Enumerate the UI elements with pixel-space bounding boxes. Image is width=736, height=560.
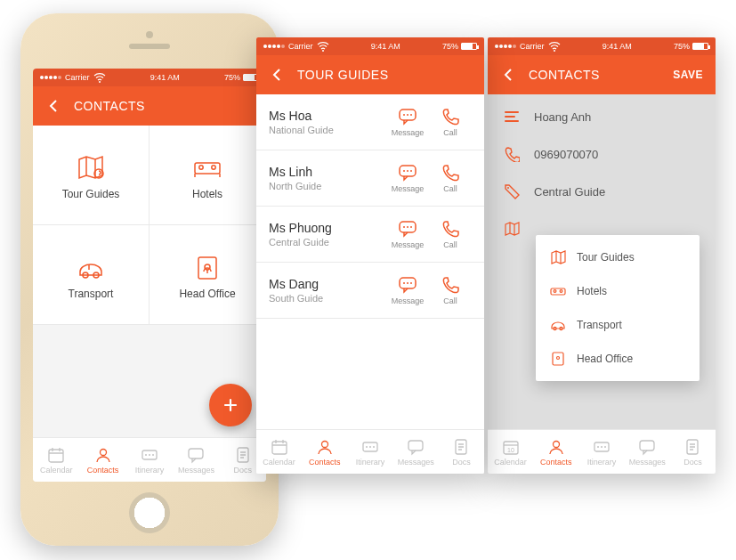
screen-contacts-categories: Carrier 9:41 AM 75% CONTACTS Tour Guides… xyxy=(33,69,266,482)
tab-messages[interactable]: Messages xyxy=(625,430,670,474)
tab-label: Contacts xyxy=(309,458,341,467)
guide-role: Central Guide xyxy=(269,237,386,248)
tab-calendar[interactable]: Calendar xyxy=(256,430,302,474)
message-button[interactable]: Message xyxy=(386,163,429,193)
message-button[interactable]: Message xyxy=(386,219,429,249)
back-icon[interactable] xyxy=(45,97,63,115)
action-label: Message xyxy=(392,184,425,193)
tab-docs[interactable]: Docs xyxy=(439,430,484,474)
category-transport[interactable]: Transport xyxy=(33,225,150,325)
map-icon xyxy=(76,154,106,181)
tab-calendar[interactable]: Calendar xyxy=(488,430,533,474)
phone-device-frame: Carrier 9:41 AM 75% CONTACTS Tour Guides… xyxy=(20,13,279,546)
contact-icon xyxy=(316,438,334,456)
tab-itinerary[interactable]: Itinerary xyxy=(126,438,173,482)
tab-label: Docs xyxy=(234,466,253,475)
tab-label: Contacts xyxy=(540,458,572,467)
action-label: Call xyxy=(443,184,457,193)
messages-icon xyxy=(187,446,205,464)
call-button[interactable]: Call xyxy=(429,275,472,305)
tab-messages[interactable]: Messages xyxy=(173,438,219,482)
role-field[interactable]: Central Guide xyxy=(488,173,716,210)
call-button[interactable]: Call xyxy=(429,107,472,137)
guide-row[interactable]: Ms Linh North Guide Message Call xyxy=(256,150,484,207)
dropdown-item-head-office[interactable]: Head Office xyxy=(536,342,700,376)
action-label: Message xyxy=(392,240,425,249)
category-hotels[interactable]: Hotels xyxy=(150,126,266,225)
call-button[interactable]: Call xyxy=(429,163,472,193)
header-bar: CONTACTS SAVE xyxy=(488,55,716,94)
tab-docs[interactable]: Docs xyxy=(670,430,716,474)
call-icon xyxy=(441,163,460,183)
message-button[interactable]: Message xyxy=(386,107,429,137)
tab-label: Calendar xyxy=(40,466,73,475)
office-icon xyxy=(550,351,566,367)
guide-role: South Guide xyxy=(269,293,386,304)
clock-label: 9:41 AM xyxy=(561,42,674,51)
screen-tour-guides-list: Carrier 9:41 AM 75% TOUR GUIDES Ms Hoa N… xyxy=(256,37,484,474)
dropdown-label: Transport xyxy=(577,319,622,331)
contact-icon xyxy=(94,446,112,464)
name-field[interactable]: Hoang Anh xyxy=(488,98,716,135)
docs-icon xyxy=(683,438,701,456)
calendar-icon xyxy=(502,438,520,456)
battery-icon xyxy=(461,43,477,50)
phone-value: 0969070070 xyxy=(534,148,598,161)
tab-label: Docs xyxy=(452,458,471,467)
call-button[interactable]: Call xyxy=(429,219,472,249)
guide-row[interactable]: Ms Dang South Guide Message Call xyxy=(256,263,484,319)
tab-contacts[interactable]: Contacts xyxy=(533,430,578,474)
tab-label: Messages xyxy=(398,458,434,467)
save-button[interactable]: SAVE xyxy=(673,69,703,81)
action-label: Message xyxy=(392,296,425,305)
guide-name: Ms Linh xyxy=(269,165,386,179)
category-dropdown: Tour Guides Hotels Transport Head Office xyxy=(536,235,700,381)
dropdown-item-transport[interactable]: Transport xyxy=(536,308,700,342)
calendar-icon xyxy=(47,446,65,464)
tab-itinerary[interactable]: Itinerary xyxy=(578,430,624,474)
action-label: Call xyxy=(443,240,457,249)
wifi-icon xyxy=(548,40,561,53)
category-label: Transport xyxy=(69,288,114,300)
tab-contacts[interactable]: Contacts xyxy=(79,438,125,482)
tab-label: Itinerary xyxy=(135,466,165,475)
tab-label: Calendar xyxy=(494,458,527,467)
tab-label: Calendar xyxy=(263,458,295,467)
dropdown-item-tour-guides[interactable]: Tour Guides xyxy=(536,240,700,274)
category-grid: Tour Guides Hotels Transport Head Office xyxy=(33,126,266,325)
plus-icon xyxy=(221,395,240,415)
tab-messages[interactable]: Messages xyxy=(393,430,439,474)
tab-label: Docs xyxy=(683,458,702,467)
home-button[interactable] xyxy=(129,492,170,533)
guide-row[interactable]: Ms Phuong Central Guide Message Call xyxy=(256,207,484,263)
tab-label: Itinerary xyxy=(356,458,385,467)
tab-contacts[interactable]: Contacts xyxy=(302,430,347,474)
back-icon[interactable] xyxy=(500,66,518,84)
category-tour-guides[interactable]: Tour Guides xyxy=(33,126,150,225)
call-icon xyxy=(441,219,460,239)
guide-name: Ms Hoa xyxy=(269,109,386,123)
phone-field[interactable]: 0969070070 xyxy=(488,135,716,173)
dropdown-item-hotels[interactable]: Hotels xyxy=(536,274,700,308)
tab-bar: Calendar Contacts Itinerary Messages Doc… xyxy=(488,429,716,474)
tab-label: Messages xyxy=(629,458,666,467)
guide-row[interactable]: Ms Hoa National Guide Message Call xyxy=(256,94,484,150)
add-contact-fab[interactable] xyxy=(209,384,252,426)
battery-icon xyxy=(692,43,708,50)
category-label: Hotels xyxy=(192,188,222,200)
back-icon[interactable] xyxy=(269,66,287,84)
message-button[interactable]: Message xyxy=(386,275,429,305)
status-bar: Carrier 9:41 AM 75% xyxy=(33,69,266,86)
category-head-office[interactable]: Head Office xyxy=(150,225,266,325)
tab-itinerary[interactable]: Itinerary xyxy=(347,430,392,474)
tab-calendar[interactable]: Calendar xyxy=(33,438,79,482)
page-title: CONTACTS xyxy=(529,68,600,82)
tab-bar: Calendar Contacts Itinerary Messages Doc… xyxy=(33,437,266,482)
tab-label: Messages xyxy=(178,466,214,475)
map-icon xyxy=(550,249,566,265)
messages-icon xyxy=(407,438,425,456)
tab-label: Itinerary xyxy=(587,458,617,467)
message-icon xyxy=(398,219,417,239)
header-bar: CONTACTS xyxy=(33,86,266,126)
docs-icon xyxy=(452,438,470,456)
